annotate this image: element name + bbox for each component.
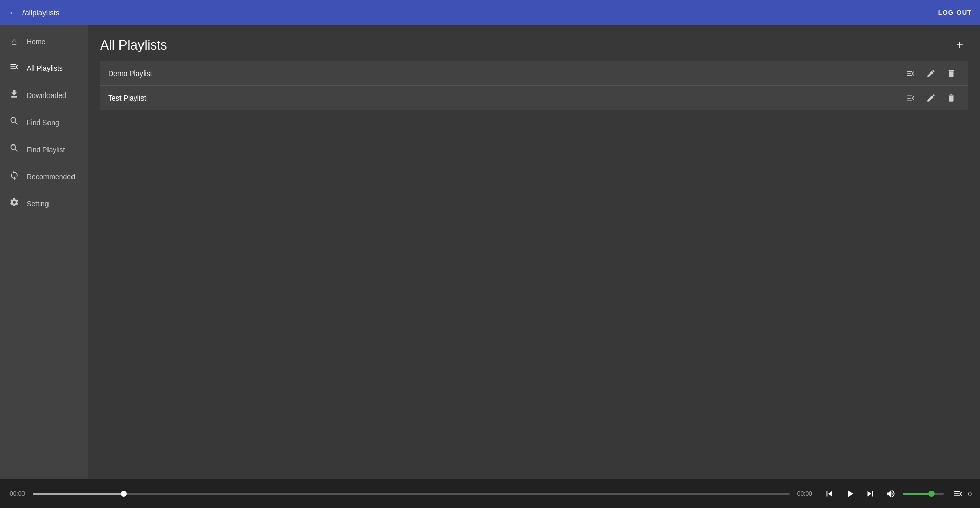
add-playlist-button[interactable]: + [951,37,968,53]
download-icon [8,89,20,102]
playlist-queue-button[interactable] [902,65,919,82]
page-title: All Playlists [100,37,167,53]
volume-track[interactable] [903,493,944,495]
all-playlists-icon [8,62,20,75]
sidebar-item-find-song[interactable]: Find Song [0,109,88,136]
playlist-edit-button[interactable] [923,65,939,82]
queue-count: 0 [968,490,972,498]
time-current: 00:00 [8,490,27,497]
find-song-icon [8,116,20,129]
route-label: /allplaylists [22,8,60,17]
sidebar-item-label: Setting [27,200,49,208]
next-button[interactable] [861,485,879,503]
sidebar-item-label: Find Song [27,118,59,127]
prev-button[interactable] [820,485,839,503]
recommended-icon [8,170,20,183]
sidebar-item-label: Home [27,38,45,46]
sidebar-item-label: Recommended [27,173,75,181]
sidebar-item-find-playlist[interactable]: Find Playlist [0,136,88,163]
queue-list-button[interactable] [950,486,966,502]
back-icon: ← [8,7,18,18]
settings-icon [8,197,20,210]
playlist-actions [902,65,960,82]
playlist-delete-button[interactable] [943,65,960,82]
sidebar-item-label: All Playlists [27,64,63,72]
player-bar: 00:00 00:00 [0,479,980,508]
playlist-edit-button[interactable] [923,90,939,106]
sidebar-item-home[interactable]: ⌂ Home [0,29,88,55]
playlist-table: Demo Playlist [100,61,968,110]
logout-button[interactable]: LOG OUT [938,9,972,16]
playlist-row[interactable]: Demo Playlist [100,61,968,86]
sidebar: ⌂ Home All Playlists Downloaded [0,25,88,479]
sidebar-item-label: Find Playlist [27,146,65,154]
volume-fill [903,493,931,495]
playlist-queue-button[interactable] [902,90,919,106]
back-navigation[interactable]: ← /allplaylists [8,7,60,18]
sidebar-item-recommended[interactable]: Recommended [0,163,88,190]
find-playlist-icon [8,143,20,156]
progress-thumb [121,491,127,497]
progress-fill [33,493,124,495]
player-controls: 0 [820,485,972,503]
main-layout: ⌂ Home All Playlists Downloaded [0,25,980,479]
content-area: All Playlists + Demo Playlist [88,25,980,479]
sidebar-item-setting[interactable]: Setting [0,190,88,217]
sidebar-item-label: Downloaded [27,91,66,100]
sidebar-item-downloaded[interactable]: Downloaded [0,82,88,109]
queue-section: 0 [950,486,972,502]
playlist-name: Test Playlist [108,94,146,102]
playlist-actions [902,90,960,106]
time-total: 00:00 [796,490,814,497]
volume-button[interactable] [881,485,900,503]
home-icon: ⌂ [8,36,20,47]
topbar: ← /allplaylists LOG OUT [0,0,980,25]
playlist-row[interactable]: Test Playlist [100,86,968,110]
volume-section [881,485,944,503]
page-header: All Playlists + [100,37,968,53]
progress-bar[interactable] [33,493,790,495]
volume-thumb [928,491,935,497]
play-button[interactable] [841,485,859,503]
sidebar-item-all-playlists[interactable]: All Playlists [0,55,88,82]
playlist-delete-button[interactable] [943,90,960,106]
playlist-name: Demo Playlist [108,69,152,78]
